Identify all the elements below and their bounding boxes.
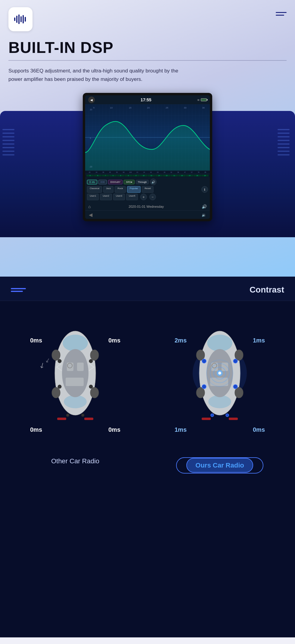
eq-graph: 5 10 15 20 25 30 36 20 0 -20	[85, 104, 210, 170]
preset-classical[interactable]: Classical	[87, 186, 102, 193]
other-car-svg	[45, 319, 105, 427]
our-car-label: Ours Car Radio	[186, 458, 253, 473]
svg-point-36	[89, 385, 93, 388]
svg-text:15: 15	[129, 106, 132, 109]
audio-wave-icon	[13, 13, 28, 25]
svg-rect-27	[66, 378, 84, 386]
svg-point-33	[58, 359, 61, 363]
svg-point-31	[52, 387, 60, 398]
our-car-svg	[190, 319, 250, 427]
through-button[interactable]: Through	[136, 180, 149, 184]
prev-arrow[interactable]: ◀	[89, 212, 92, 218]
svg-rect-1	[16, 16, 17, 23]
contrast-line-1	[11, 288, 26, 289]
svg-rect-2	[18, 14, 20, 24]
preset-rock[interactable]: Rock	[115, 186, 126, 193]
svg-point-67	[218, 372, 221, 375]
our-timing-bottom-left: 1ms	[175, 426, 187, 433]
preset-button-row: Classical Jazz Rock Popular Reset ℹ	[87, 186, 208, 193]
svg-point-30	[90, 350, 99, 360]
svg-point-58	[233, 359, 238, 363]
other-timing-bottom-left: 0ms	[30, 426, 42, 433]
contrast-icon	[11, 288, 26, 292]
our-car-comparison: 2ms 1ms 1ms 0ms	[151, 313, 289, 474]
svg-rect-40	[84, 418, 93, 420]
remove-preset-button[interactable]: －	[149, 194, 156, 200]
svg-point-34	[89, 359, 93, 363]
contrast-label: Contrast	[250, 285, 284, 295]
menu-line-1	[276, 12, 287, 13]
page-description: Supports 36EQ adjustment, and the ultra-…	[8, 67, 183, 84]
user-preset-5[interactable]: User5	[126, 194, 138, 200]
preset-reset[interactable]: Reset	[142, 186, 154, 193]
srs-button[interactable]: SRS●	[124, 180, 134, 184]
dsp-screen-wrapper: ◀ 17:55 ≋	[8, 93, 287, 237]
svg-rect-26	[77, 363, 84, 371]
svg-point-59	[202, 385, 206, 389]
screen-time: 17:55	[141, 97, 151, 102]
contrast-line-2	[11, 291, 23, 292]
svg-text:-20: -20	[89, 166, 92, 168]
screen-bottom-bar: ⌂ 2020-01-01 Wednesday 🔊	[85, 203, 210, 210]
svg-rect-4	[23, 15, 24, 23]
svg-text:5: 5	[93, 106, 95, 109]
other-car-label: Other Car Radio	[51, 457, 99, 465]
svg-text:25: 25	[166, 106, 168, 109]
svg-rect-69	[229, 418, 238, 420]
svg-rect-3	[20, 16, 22, 22]
svg-point-61	[211, 414, 214, 417]
svg-point-37	[66, 414, 69, 417]
our-car-label-box[interactable]: Ours Car Radio	[176, 457, 263, 474]
battery-icon	[201, 98, 207, 101]
dsp-screen-device: ◀ 17:55 ≋	[83, 93, 212, 221]
eq-controls: ⊡dts □□□ ⊡DOLBY SRS● Through	[85, 177, 210, 203]
user-preset-3[interactable]: User3	[113, 194, 125, 200]
svg-rect-39	[57, 418, 66, 420]
screen-back-button[interactable]: ◀	[88, 97, 95, 103]
dolby-button[interactable]: ⊡DOLBY	[108, 180, 123, 184]
svg-text:10: 10	[110, 106, 113, 109]
page-title: BUILT-IN DSP	[8, 38, 287, 57]
user-preset-1[interactable]: User1	[87, 194, 99, 200]
preset-popular[interactable]: Popular	[127, 186, 141, 193]
svg-text:20: 20	[147, 106, 150, 109]
svg-point-38	[81, 414, 84, 417]
svg-point-32	[90, 387, 99, 398]
speaker-button[interactable]: 🔊	[150, 179, 157, 185]
preset-jazz[interactable]: Jazz	[103, 186, 113, 193]
svg-text:36: 36	[202, 106, 205, 109]
user-preset-row: User1 User2 User3 User5 ＋ －	[87, 194, 208, 200]
svg-point-60	[233, 385, 238, 389]
next-arrow[interactable]: 🔉	[202, 213, 206, 217]
svg-text:0: 0	[90, 137, 91, 139]
contrast-header: Contrast	[0, 277, 295, 301]
info-button[interactable]: ℹ	[201, 186, 208, 193]
volume-icon[interactable]: 🔊	[202, 204, 207, 209]
our-car-label-wrapper: Ours Car Radio	[176, 457, 263, 474]
screen-icons: ≋	[197, 98, 207, 102]
user-preset-2[interactable]: User2	[100, 194, 112, 200]
our-timing-top-left: 2ms	[175, 337, 187, 344]
svg-point-29	[52, 350, 60, 360]
svg-point-35	[58, 385, 61, 388]
svg-point-24	[62, 349, 88, 397]
bbe-button[interactable]: □□□	[98, 180, 107, 184]
other-timing-top-right: 0ms	[108, 337, 120, 344]
our-timing-top-right: 1ms	[253, 337, 265, 344]
svg-point-46	[207, 335, 232, 351]
our-timing-bottom-right: 0ms	[253, 426, 265, 433]
home-icon[interactable]: ⌂	[88, 204, 91, 209]
add-preset-button[interactable]: ＋	[140, 194, 147, 200]
svg-text:20: 20	[90, 109, 92, 111]
mode-button-row: ⊡dts □□□ ⊡DOLBY SRS● Through	[87, 179, 208, 185]
other-timing-top-left: 0ms	[30, 337, 42, 344]
other-car-comparison: 0ms 0ms 0ms 0ms	[6, 313, 144, 465]
dts-button[interactable]: ⊡dts	[87, 180, 97, 184]
wifi-icon: ≋	[197, 98, 200, 102]
logo-box	[8, 7, 33, 31]
screen-topbar: ◀ 17:55 ≋	[85, 95, 210, 104]
svg-point-57	[202, 359, 206, 363]
svg-point-62	[226, 414, 229, 417]
cars-comparison-section: 0ms 0ms 0ms 0ms	[0, 301, 295, 492]
hamburger-menu[interactable]	[276, 12, 287, 16]
